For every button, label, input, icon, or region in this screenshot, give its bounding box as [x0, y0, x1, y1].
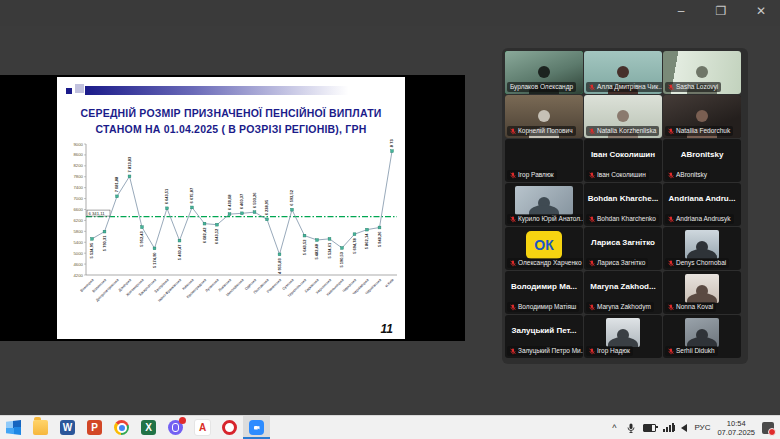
- participant-name-label: Залуцький Петро Ми...: [507, 346, 583, 356]
- participant-name-label: Serhii Didukh: [665, 346, 718, 356]
- slide-title: СЕРЕДНІЙ РОЗМІР ПРИЗНАЧЕНОЇ ПЕНСІЙНОЇ ВИ…: [63, 105, 399, 138]
- person-silhouette: [531, 195, 557, 215]
- participant-tile[interactable]: ABronitsky ABronitsky: [663, 139, 741, 182]
- y-tick-label: 6200: [73, 218, 83, 223]
- participant-tile[interactable]: Denys Chornobai: [663, 227, 741, 270]
- zoom-meeting-window: – ❐ ✕ СЕРЕДНІЙ РОЗМІР ПРИЗНАЧЕНОЇ ПЕНСІЙ…: [0, 0, 780, 439]
- chart-point: [291, 208, 294, 211]
- muted-mic-icon: [589, 216, 595, 223]
- participant-tile[interactable]: Курило Юрій Анатол...: [505, 183, 583, 226]
- participant-avatar-photo: [685, 230, 719, 259]
- participant-name-label: Ігор Надюк: [586, 346, 633, 356]
- clock[interactable]: 10:54 07.07.2025: [717, 419, 755, 437]
- system-tray: ^ РУС 10:54 07.07.2025: [609, 419, 780, 437]
- participant-tile[interactable]: Залуцький Пет... Залуцький Петро Ми...: [505, 315, 583, 358]
- participant-name-label: Олександр Харченко: [507, 258, 583, 268]
- muted-mic-icon: [510, 172, 516, 179]
- slide-decoration-bar: [85, 86, 395, 95]
- notification-area-icon[interactable]: [762, 422, 774, 434]
- point-value-label: 5 524,61: [327, 242, 332, 258]
- excel-taskbar-icon[interactable]: X: [135, 416, 162, 439]
- start-taskbar-icon[interactable]: [0, 416, 27, 439]
- chart-point: [91, 237, 94, 240]
- participant-name-label: Іван Соколишин: [586, 170, 649, 180]
- participant-tile[interactable]: Serhii Didukh: [663, 315, 741, 358]
- participant-name: Serhii Didukh: [676, 347, 715, 355]
- zoom-taskbar-icon[interactable]: [243, 416, 270, 439]
- chart-point: [391, 150, 394, 153]
- start-icon: [6, 420, 21, 435]
- muted-mic-icon: [668, 172, 674, 179]
- opera-icon: [222, 420, 237, 435]
- maximize-button[interactable]: ❐: [714, 3, 728, 19]
- y-tick-label: 5800: [73, 229, 83, 234]
- participant-tile[interactable]: Andriana Andru... Andriana Andrusyk: [663, 183, 741, 226]
- participant-name: Maryna Zakhodym: [597, 303, 651, 311]
- battery-icon[interactable]: [643, 424, 656, 432]
- person-silhouette: [689, 239, 715, 259]
- point-value-label: 6 238,95: [264, 199, 269, 215]
- explorer-taskbar-icon[interactable]: [27, 416, 54, 439]
- chart-point: [241, 212, 244, 215]
- participant-name: Natalia Korzhenliska: [597, 127, 656, 135]
- participant-tile[interactable]: Maryna Zakhod... Maryna Zakhodym: [584, 271, 662, 314]
- chart-point: [253, 211, 256, 214]
- excel-icon: X: [141, 420, 156, 435]
- chart-point: [366, 228, 369, 231]
- participant-name-label: Sasha Lozovyi: [665, 82, 721, 92]
- participant-tile[interactable]: Ігор Надюк: [584, 315, 662, 358]
- y-tick-label: 8600: [73, 152, 83, 157]
- close-button[interactable]: ✕: [754, 3, 768, 19]
- opera-taskbar-icon[interactable]: [216, 416, 243, 439]
- participant-tile[interactable]: Володимир Ма... Володимир Матіяш: [505, 271, 583, 314]
- participant-name-label: Корнелій Попович: [507, 126, 576, 136]
- acrobat-taskbar-icon[interactable]: A: [189, 416, 216, 439]
- ppt-taskbar-icon[interactable]: P: [81, 416, 108, 439]
- participant-avatar-photo: [685, 318, 719, 347]
- person-silhouette: [689, 327, 715, 347]
- participant-name-label: Andriana Andrusyk: [665, 214, 734, 224]
- word-taskbar-icon[interactable]: W: [54, 416, 81, 439]
- minimize-button[interactable]: –: [674, 3, 688, 19]
- language-indicator[interactable]: РУС: [694, 423, 710, 432]
- participant-tile[interactable]: Natalia Korzhenliska: [584, 95, 662, 138]
- chrome-taskbar-icon[interactable]: [108, 416, 135, 439]
- point-value-label: 6 460,37: [239, 193, 244, 209]
- participant-tile[interactable]: Nonna Koval: [663, 271, 741, 314]
- participant-tile[interactable]: Bohdan Kharche... Bohdan Kharchenko: [584, 183, 662, 226]
- participant-name-label: Ігор Равлюк: [507, 170, 557, 180]
- point-value-label: 5 952,43: [139, 230, 144, 246]
- chart-point: [353, 233, 356, 236]
- microphone-tray-icon[interactable]: [626, 423, 636, 433]
- participant-name: ABronitsky: [676, 171, 707, 179]
- participant-tile[interactable]: Sasha Lozovyi: [663, 51, 741, 94]
- taskbar-app-icons: WPXA: [0, 416, 270, 439]
- participant-name-label: Natalia Korzhenliska: [586, 126, 659, 136]
- y-tick-label: 6600: [73, 207, 83, 212]
- participant-tile[interactable]: Іван Соколишин Іван Соколишин: [584, 139, 662, 182]
- tray-expand-chevron-icon[interactable]: ^: [609, 423, 619, 433]
- viber-taskbar-icon[interactable]: [162, 416, 189, 439]
- volume-icon[interactable]: [681, 424, 687, 432]
- point-value-label: 5 460,47: [177, 244, 182, 260]
- participant-tile[interactable]: ОК Олександр Харченко: [505, 227, 583, 270]
- chart-point: [191, 206, 194, 209]
- participant-tile[interactable]: Бурлаков Олександр: [505, 51, 583, 94]
- participant-tile[interactable]: Лариса Загнітко Лариса Загнітко: [584, 227, 662, 270]
- point-value-label: 6 643,51: [164, 188, 169, 204]
- participant-name: Bohdan Kharchenko: [597, 215, 656, 223]
- point-value-label: 5 482,48: [314, 243, 319, 259]
- viber-notification-badge: [179, 417, 186, 424]
- participant-name: Natallia Fedorchuk: [676, 127, 730, 135]
- participant-tile[interactable]: Корнелій Попович: [505, 95, 583, 138]
- participant-tile[interactable]: Ігор Равлюк: [505, 139, 583, 182]
- point-value-label: 6 503,26: [252, 192, 257, 208]
- participant-display-name: Лариса Загнітко: [584, 238, 662, 247]
- participant-tile[interactable]: Алла Дмитрівна Чик...: [584, 51, 662, 94]
- participant-tile[interactable]: Natallia Fedorchuk: [663, 95, 741, 138]
- participant-name: Sasha Lozovyi: [676, 83, 718, 91]
- x-tick-label: м.Київ: [384, 278, 394, 288]
- point-value-label: 5 790,31: [102, 235, 107, 251]
- point-value-label: 7 081,88: [114, 176, 119, 192]
- word-icon: W: [60, 420, 75, 435]
